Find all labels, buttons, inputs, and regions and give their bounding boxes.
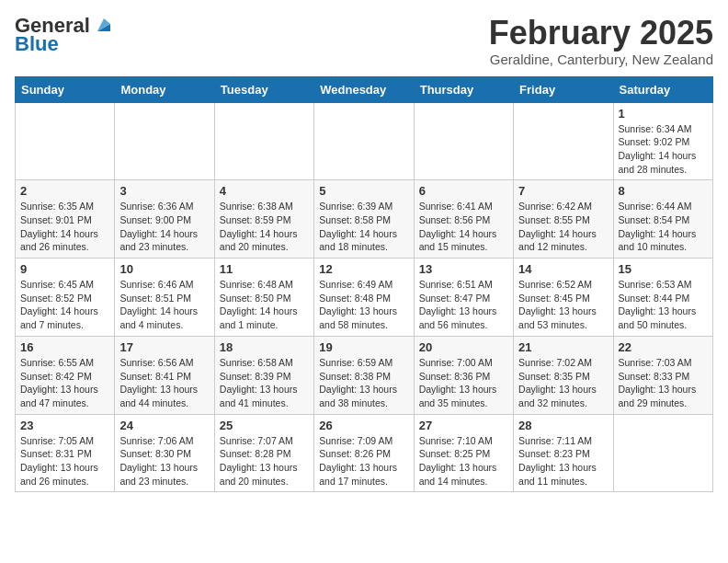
calendar-cell: 11Sunrise: 6:48 AM Sunset: 8:50 PM Dayli… bbox=[214, 259, 313, 337]
day-number: 13 bbox=[419, 262, 508, 276]
day-header-sunday: Sunday bbox=[16, 76, 115, 102]
calendar-cell: 12Sunrise: 6:49 AM Sunset: 8:48 PM Dayli… bbox=[314, 259, 414, 337]
day-number: 19 bbox=[319, 340, 408, 354]
calendar-week-row: 1Sunrise: 6:34 AM Sunset: 9:02 PM Daylig… bbox=[16, 102, 713, 180]
calendar-cell: 22Sunrise: 7:03 AM Sunset: 8:33 PM Dayli… bbox=[613, 336, 712, 414]
day-info: Sunrise: 6:58 AM Sunset: 8:39 PM Dayligh… bbox=[220, 356, 309, 410]
calendar-cell: 19Sunrise: 6:59 AM Sunset: 8:38 PM Dayli… bbox=[314, 336, 414, 414]
calendar-cell: 20Sunrise: 7:00 AM Sunset: 8:36 PM Dayli… bbox=[414, 336, 513, 414]
day-info: Sunrise: 6:42 AM Sunset: 8:55 PM Dayligh… bbox=[518, 200, 608, 254]
calendar-cell: 10Sunrise: 6:46 AM Sunset: 8:51 PM Dayli… bbox=[115, 259, 214, 337]
day-info: Sunrise: 7:05 AM Sunset: 8:31 PM Dayligh… bbox=[20, 434, 109, 488]
day-info: Sunrise: 7:09 AM Sunset: 8:26 PM Dayligh… bbox=[319, 434, 408, 488]
day-number: 10 bbox=[119, 262, 209, 276]
calendar-cell: 5Sunrise: 6:39 AM Sunset: 8:58 PM Daylig… bbox=[314, 180, 414, 259]
logo-icon bbox=[94, 15, 114, 35]
day-number: 6 bbox=[419, 184, 508, 198]
day-info: Sunrise: 6:56 AM Sunset: 8:41 PM Dayligh… bbox=[119, 356, 209, 410]
day-header-saturday: Saturday bbox=[613, 76, 712, 102]
calendar-week-row: 23Sunrise: 7:05 AM Sunset: 8:31 PM Dayli… bbox=[16, 414, 713, 492]
day-info: Sunrise: 6:55 AM Sunset: 8:42 PM Dayligh… bbox=[20, 356, 109, 410]
calendar-cell: 4Sunrise: 6:38 AM Sunset: 8:59 PM Daylig… bbox=[214, 180, 313, 259]
day-info: Sunrise: 6:45 AM Sunset: 8:52 PM Dayligh… bbox=[20, 278, 109, 332]
logo-blue: Blue bbox=[15, 33, 59, 55]
day-info: Sunrise: 6:36 AM Sunset: 9:00 PM Dayligh… bbox=[119, 200, 209, 254]
day-number: 3 bbox=[119, 184, 209, 198]
day-number: 23 bbox=[20, 419, 109, 432]
day-number: 7 bbox=[518, 184, 608, 198]
day-number: 14 bbox=[518, 262, 608, 276]
day-number: 2 bbox=[20, 184, 109, 198]
calendar-cell: 15Sunrise: 6:53 AM Sunset: 8:44 PM Dayli… bbox=[613, 259, 712, 337]
calendar-table: SundayMondayTuesdayWednesdayThursdayFrid… bbox=[15, 76, 713, 493]
day-info: Sunrise: 6:35 AM Sunset: 9:01 PM Dayligh… bbox=[20, 200, 109, 254]
calendar-cell bbox=[314, 102, 414, 180]
calendar-cell: 3Sunrise: 6:36 AM Sunset: 9:00 PM Daylig… bbox=[115, 180, 214, 259]
day-number: 28 bbox=[518, 419, 608, 432]
location: Geraldine, Canterbury, New Zealand bbox=[489, 52, 713, 67]
calendar-cell: 6Sunrise: 6:41 AM Sunset: 8:56 PM Daylig… bbox=[414, 180, 513, 259]
calendar-cell: 18Sunrise: 6:58 AM Sunset: 8:39 PM Dayli… bbox=[214, 336, 313, 414]
day-number: 4 bbox=[220, 184, 309, 198]
day-header-thursday: Thursday bbox=[414, 76, 513, 102]
day-info: Sunrise: 6:44 AM Sunset: 8:54 PM Dayligh… bbox=[619, 200, 708, 254]
day-header-tuesday: Tuesday bbox=[214, 76, 313, 102]
day-number: 26 bbox=[319, 419, 408, 432]
day-header-wednesday: Wednesday bbox=[314, 76, 414, 102]
calendar-cell bbox=[214, 102, 313, 180]
calendar-cell bbox=[16, 102, 115, 180]
day-number: 12 bbox=[319, 262, 408, 276]
calendar-header-row: SundayMondayTuesdayWednesdayThursdayFrid… bbox=[16, 76, 713, 102]
day-info: Sunrise: 6:34 AM Sunset: 9:02 PM Dayligh… bbox=[619, 122, 708, 177]
calendar-cell: 1Sunrise: 6:34 AM Sunset: 9:02 PM Daylig… bbox=[613, 102, 712, 180]
calendar-cell: 2Sunrise: 6:35 AM Sunset: 9:01 PM Daylig… bbox=[16, 180, 115, 259]
day-number: 1 bbox=[619, 107, 708, 121]
day-info: Sunrise: 7:02 AM Sunset: 8:35 PM Dayligh… bbox=[518, 356, 608, 410]
day-info: Sunrise: 6:38 AM Sunset: 8:59 PM Dayligh… bbox=[220, 200, 309, 254]
day-info: Sunrise: 6:48 AM Sunset: 8:50 PM Dayligh… bbox=[220, 278, 309, 332]
day-number: 11 bbox=[220, 262, 309, 276]
calendar-cell: 26Sunrise: 7:09 AM Sunset: 8:26 PM Dayli… bbox=[314, 414, 414, 492]
day-info: Sunrise: 6:41 AM Sunset: 8:56 PM Dayligh… bbox=[419, 200, 508, 254]
day-number: 9 bbox=[20, 262, 109, 276]
day-info: Sunrise: 7:11 AM Sunset: 8:23 PM Dayligh… bbox=[518, 434, 608, 488]
day-info: Sunrise: 7:06 AM Sunset: 8:30 PM Dayligh… bbox=[119, 434, 209, 488]
calendar-cell: 7Sunrise: 6:42 AM Sunset: 8:55 PM Daylig… bbox=[514, 180, 613, 259]
calendar-week-row: 16Sunrise: 6:55 AM Sunset: 8:42 PM Dayli… bbox=[16, 336, 713, 414]
day-number: 25 bbox=[220, 419, 309, 432]
calendar-cell bbox=[514, 102, 613, 180]
calendar-cell: 28Sunrise: 7:11 AM Sunset: 8:23 PM Dayli… bbox=[514, 414, 613, 492]
calendar-cell: 27Sunrise: 7:10 AM Sunset: 8:25 PM Dayli… bbox=[414, 414, 513, 492]
calendar-cell: 8Sunrise: 6:44 AM Sunset: 8:54 PM Daylig… bbox=[613, 180, 712, 259]
day-info: Sunrise: 6:59 AM Sunset: 8:38 PM Dayligh… bbox=[319, 356, 408, 410]
day-info: Sunrise: 7:10 AM Sunset: 8:25 PM Dayligh… bbox=[419, 434, 508, 488]
calendar-cell bbox=[414, 102, 513, 180]
day-number: 17 bbox=[119, 340, 209, 354]
calendar-cell: 17Sunrise: 6:56 AM Sunset: 8:41 PM Dayli… bbox=[115, 336, 214, 414]
day-number: 15 bbox=[619, 262, 708, 276]
day-info: Sunrise: 6:52 AM Sunset: 8:45 PM Dayligh… bbox=[518, 278, 608, 332]
day-info: Sunrise: 6:39 AM Sunset: 8:58 PM Dayligh… bbox=[319, 200, 408, 254]
calendar-cell: 24Sunrise: 7:06 AM Sunset: 8:30 PM Dayli… bbox=[115, 414, 214, 492]
month-title: February 2025 bbox=[489, 15, 713, 52]
calendar-cell: 16Sunrise: 6:55 AM Sunset: 8:42 PM Dayli… bbox=[16, 336, 115, 414]
day-number: 20 bbox=[419, 340, 508, 354]
day-number: 21 bbox=[518, 340, 608, 354]
calendar-cell: 25Sunrise: 7:07 AM Sunset: 8:28 PM Dayli… bbox=[214, 414, 313, 492]
calendar-week-row: 2Sunrise: 6:35 AM Sunset: 9:01 PM Daylig… bbox=[16, 180, 713, 259]
day-number: 16 bbox=[20, 340, 109, 354]
day-number: 8 bbox=[619, 184, 708, 198]
day-info: Sunrise: 7:07 AM Sunset: 8:28 PM Dayligh… bbox=[220, 434, 309, 488]
day-info: Sunrise: 7:00 AM Sunset: 8:36 PM Dayligh… bbox=[419, 356, 508, 410]
logo: General Blue bbox=[15, 15, 114, 55]
day-number: 27 bbox=[419, 419, 508, 432]
calendar-cell bbox=[115, 102, 214, 180]
calendar-cell: 9Sunrise: 6:45 AM Sunset: 8:52 PM Daylig… bbox=[16, 259, 115, 337]
calendar-cell: 14Sunrise: 6:52 AM Sunset: 8:45 PM Dayli… bbox=[514, 259, 613, 337]
calendar-cell: 23Sunrise: 7:05 AM Sunset: 8:31 PM Dayli… bbox=[16, 414, 115, 492]
calendar-cell: 21Sunrise: 7:02 AM Sunset: 8:35 PM Dayli… bbox=[514, 336, 613, 414]
day-number: 22 bbox=[619, 340, 708, 354]
day-number: 18 bbox=[220, 340, 309, 354]
day-info: Sunrise: 6:46 AM Sunset: 8:51 PM Dayligh… bbox=[119, 278, 209, 332]
calendar-week-row: 9Sunrise: 6:45 AM Sunset: 8:52 PM Daylig… bbox=[16, 259, 713, 337]
